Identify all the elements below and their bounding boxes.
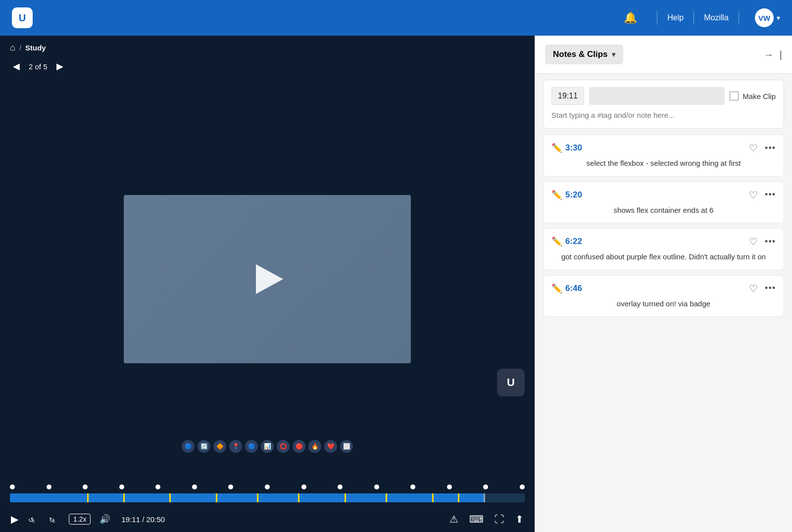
share-button[interactable]: ⬆	[514, 512, 525, 526]
note-card-header: ✏️ 6:22 ♡ •••	[551, 236, 776, 247]
overlay-icon-9[interactable]: 🔥	[308, 440, 321, 453]
time-separator: /	[142, 515, 146, 524]
note-more-button[interactable]: •••	[765, 143, 776, 153]
progress-marker	[298, 493, 299, 502]
warning-button[interactable]: ⚠	[448, 512, 459, 526]
overlay-icon-5[interactable]: 🔵	[245, 440, 258, 453]
progress-marker	[123, 493, 125, 502]
mozilla-link[interactable]: Mozilla	[704, 13, 729, 22]
play-button[interactable]: ▶	[10, 512, 19, 526]
volume-button[interactable]: 🔊	[99, 513, 111, 526]
note-input[interactable]	[551, 111, 776, 119]
prev-button[interactable]: ◀	[10, 60, 23, 73]
overlay-icon-2[interactable]: 🔄	[198, 440, 210, 453]
progress-fill	[10, 493, 484, 502]
play-triangle-icon	[256, 264, 283, 294]
note-actions: ♡ •••	[749, 236, 776, 247]
breadcrumb: ⌂ / Study	[0, 36, 535, 60]
controls-right: ⚠ ⌨ ⛶ ⬆	[448, 512, 525, 526]
overlay-icon-10[interactable]: ❤️	[324, 440, 337, 453]
play-overlay-button[interactable]	[250, 262, 285, 296]
video-panel: ⌂ / Study ◀ 2 of 5 ▶ U 🔵 🔄 🔶	[0, 36, 535, 532]
keyboard-button[interactable]: ⌨	[468, 512, 485, 526]
sidebar-arrow-right[interactable]: →	[764, 49, 774, 60]
nav-divider-3	[739, 11, 739, 25]
overlay-icon-8[interactable]: 🔴	[293, 440, 305, 453]
overlay-icon-4[interactable]: 📍	[229, 440, 242, 453]
note-card: ✏️ 6:22 ♡ ••• got confused about purple …	[543, 228, 784, 270]
note-edit-icon: ✏️	[551, 190, 562, 200]
progress-marker	[345, 493, 346, 502]
make-clip-area: Make Clip	[730, 92, 776, 100]
app-logo[interactable]: U	[12, 7, 33, 28]
note-edit-icon: ✏️	[551, 283, 562, 294]
note-actions: ♡ •••	[749, 189, 776, 201]
timeline-dot	[483, 484, 488, 489]
note-heart-button[interactable]: ♡	[749, 283, 758, 294]
timeline-dot	[83, 484, 88, 489]
timeline-dot	[228, 484, 233, 489]
note-actions: ♡ •••	[749, 283, 776, 294]
avatar[interactable]: VW	[755, 8, 774, 27]
note-edit-icon: ✏️	[551, 236, 562, 247]
progress-marker	[169, 493, 171, 502]
breadcrumb-study[interactable]: Study	[25, 44, 46, 52]
timeline-area	[0, 481, 535, 506]
note-timestamp[interactable]: 5:20	[565, 190, 582, 200]
timestamp-display: 19:11	[551, 87, 584, 105]
note-text: shows flex container ends at 6	[551, 205, 776, 216]
note-timestamp[interactable]: 6:46	[565, 284, 582, 293]
make-clip-checkbox[interactable]	[730, 92, 739, 100]
note-heart-button[interactable]: ♡	[749, 142, 758, 154]
sidebar-header: Notes & Clips ▾ → |	[535, 36, 792, 74]
note-card: ✏️ 5:20 ♡ ••• shows flex container ends …	[543, 182, 784, 224]
progress-marker	[432, 493, 434, 502]
video-frame[interactable]	[124, 195, 411, 363]
notes-clips-button[interactable]: Notes & Clips ▾	[545, 45, 623, 64]
notifications-bell[interactable]: 🔔	[624, 11, 637, 24]
clip-maker-top: 19:11 Make Clip	[551, 87, 776, 105]
notes-list: ✏️ 3:30 ♡ ••• select the flexbox - selec…	[535, 135, 792, 532]
notes-clips-label: Notes & Clips	[553, 49, 608, 59]
video-container[interactable]: U	[0, 78, 535, 481]
clip-end-time-input[interactable]	[589, 87, 725, 105]
speed-badge[interactable]: 1.2x	[69, 514, 91, 525]
note-timestamp[interactable]: 3:30	[565, 143, 582, 153]
nav-divider-2	[693, 11, 694, 25]
progress-marker	[87, 493, 89, 502]
progress-marker	[386, 493, 387, 502]
note-text: got confused about purple flex outline. …	[551, 251, 776, 263]
u-badge-overlay[interactable]: U	[497, 369, 525, 396]
note-card-header: ✏️ 6:46 ♡ •••	[551, 283, 776, 294]
home-icon[interactable]: ⌂	[10, 43, 15, 53]
note-card-header: ✏️ 5:20 ♡ •••	[551, 189, 776, 201]
forward-button[interactable]: ↻5	[48, 513, 61, 526]
progress-marker	[458, 493, 459, 502]
overlay-icon-6[interactable]: 📊	[261, 440, 274, 453]
help-link[interactable]: Help	[667, 13, 684, 22]
next-button[interactable]: ▶	[53, 60, 66, 73]
avatar-chevron-icon[interactable]: ▾	[777, 14, 780, 22]
rewind-button[interactable]: ↺5	[27, 513, 40, 526]
overlay-icon-11[interactable]: ⬜	[340, 440, 353, 453]
clip-maker: 19:11 Make Clip	[543, 80, 784, 129]
note-heart-button[interactable]: ♡	[749, 236, 758, 247]
overlay-icon-3[interactable]: 🔶	[213, 440, 226, 453]
timeline-dot	[374, 484, 379, 489]
pagination-label: 2 of 5	[29, 62, 48, 71]
progress-bar[interactable]	[10, 493, 525, 502]
note-text: select the flexbox - selected wrong thin…	[551, 158, 776, 169]
fullscreen-button[interactable]: ⛶	[494, 513, 505, 526]
timeline-dot	[265, 484, 270, 489]
progress-marker	[216, 493, 217, 502]
note-more-button[interactable]: •••	[765, 190, 776, 200]
main-area: ⌂ / Study ◀ 2 of 5 ▶ U 🔵 🔄 🔶	[0, 36, 792, 532]
svg-text:5: 5	[52, 519, 55, 524]
note-more-button[interactable]: •••	[765, 283, 776, 293]
note-more-button[interactable]: •••	[765, 237, 776, 247]
overlay-icon-7[interactable]: ⭕	[277, 440, 290, 453]
note-heart-button[interactable]: ♡	[749, 189, 758, 201]
note-timestamp[interactable]: 6:22	[565, 237, 582, 246]
note-card-header: ✏️ 3:30 ♡ •••	[551, 142, 776, 154]
overlay-icon-1[interactable]: 🔵	[182, 440, 195, 453]
